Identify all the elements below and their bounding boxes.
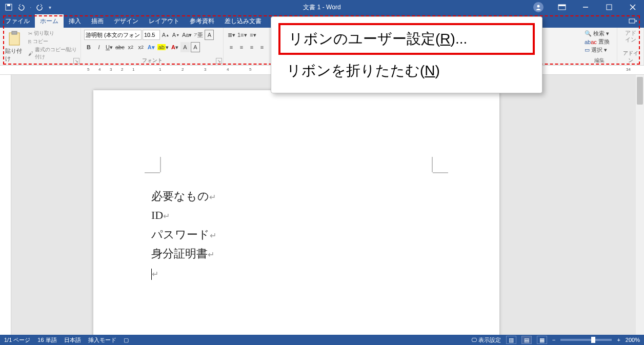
redo-icon[interactable]: [36, 4, 44, 11]
highlight-button[interactable]: ab▾: [157, 42, 169, 52]
shrink-font-button[interactable]: A▼: [171, 30, 180, 40]
superscript-button[interactable]: x2: [136, 42, 146, 52]
status-language[interactable]: 日本語: [64, 336, 81, 344]
tab-layout[interactable]: レイアウト: [144, 14, 185, 28]
select-button[interactable]: ▭選択▾: [585, 46, 607, 54]
qat-sep: ·: [30, 4, 31, 11]
save-icon[interactable]: [5, 4, 12, 11]
align-right-button[interactable]: ≡: [247, 42, 256, 52]
enclose-char-button[interactable]: A: [205, 30, 214, 40]
find-icon: 🔍: [585, 30, 592, 37]
find-button[interactable]: 🔍検索▾: [585, 30, 609, 37]
zoom-in-button[interactable]: +: [617, 337, 620, 343]
replace-icon: abac: [585, 39, 597, 45]
view-read-icon[interactable]: ▥: [506, 336, 516, 344]
status-insert-mode[interactable]: 挿入モード: [88, 336, 116, 344]
format-painter-button[interactable]: 🖌書式のコピー/貼り付け: [28, 46, 77, 60]
underline-button[interactable]: U▾: [105, 42, 114, 52]
group-editing-label: 編集: [585, 56, 614, 64]
font-color-button[interactable]: A▾: [170, 42, 179, 52]
font-launcher-icon[interactable]: ↘: [216, 58, 222, 64]
group-editing: 🔍検索▾ abac置換 ▭選択▾ 編集: [581, 28, 617, 65]
bullets-button[interactable]: ≣▾: [227, 30, 236, 40]
undo-icon[interactable]: [17, 4, 25, 11]
char-border-button[interactable]: A: [191, 42, 200, 52]
group-clipboard: 貼り付け ✂切り取り ⎘コピー 🖌書式のコピー/貼り付け クリップボード ↘: [0, 28, 81, 65]
svg-rect-9: [629, 19, 635, 23]
phonetic-guide-button[interactable]: ア亜: [193, 30, 204, 40]
close-button[interactable]: [621, 0, 644, 14]
tab-home[interactable]: ホーム: [35, 14, 64, 28]
view-web-icon[interactable]: ▦: [537, 336, 547, 344]
text-line: 必要なもの: [151, 190, 209, 202]
svg-rect-10: [9, 33, 19, 45]
margin-mark-icon: [160, 157, 161, 172]
group-paragraph: ≣▾ 1≡▾ ≡▾ ≡ ≡ ≡ ≡: [224, 28, 270, 65]
maximize-button[interactable]: [598, 0, 620, 14]
ruler-vertical[interactable]: [0, 75, 11, 335]
align-left-button[interactable]: ≡: [227, 42, 236, 52]
multilevel-button[interactable]: ≡▾: [249, 30, 258, 40]
status-wordcount[interactable]: 16 単語: [37, 336, 56, 344]
italic-button[interactable]: I: [94, 42, 104, 52]
status-bar: 1/1 ページ 16 単語 日本語 挿入モード ▢ 🖵 表示設定 ▥ ▤ ▦ −…: [0, 335, 644, 345]
tab-design[interactable]: デザイン: [109, 14, 144, 28]
menu-collapse-ribbon[interactable]: リボンを折りたたむ(N): [271, 55, 542, 87]
ribbon-context-menu: リボンのユーザー設定(R)... リボンを折りたたむ(N): [271, 16, 542, 93]
margin-mark-icon: [432, 157, 433, 172]
qat-customize-icon[interactable]: ▾: [49, 5, 51, 10]
paste-button[interactable]: 貼り付け: [3, 30, 26, 64]
svg-point-2: [537, 5, 540, 8]
tab-mailings[interactable]: 差し込み文書: [219, 14, 267, 28]
margin-mark-icon: [145, 172, 160, 173]
copy-button[interactable]: ⎘コピー: [28, 38, 77, 45]
scissors-icon: ✂: [28, 31, 32, 36]
zoom-slider[interactable]: [560, 339, 612, 341]
tab-references[interactable]: 参考資料: [185, 14, 219, 28]
copy-icon: ⎘: [28, 39, 31, 45]
window-controls: [527, 0, 644, 14]
text-effects-button[interactable]: A▾: [147, 42, 156, 52]
display-settings-button[interactable]: 🖵 表示設定: [471, 336, 501, 344]
tab-insert[interactable]: 挿入: [64, 14, 86, 28]
align-center-button[interactable]: ≡: [237, 42, 246, 52]
margin-mark-icon: [433, 172, 448, 173]
view-print-icon[interactable]: ▤: [521, 336, 532, 344]
clipboard-icon: [8, 31, 21, 46]
replace-button[interactable]: abac置換: [585, 38, 610, 46]
menu-customize-ribbon[interactable]: リボンのユーザー設定(R)...: [278, 23, 535, 55]
grow-font-button[interactable]: A▲: [161, 30, 170, 40]
change-case-button[interactable]: Aa▾: [182, 30, 192, 40]
minimize-button[interactable]: [574, 0, 597, 14]
group-font: A▲ A▼ Aa▾ ア亜 A B I U▾ abc x2 x2 A▾ ab▾ A…: [81, 28, 224, 65]
svg-rect-11: [12, 31, 17, 34]
text-line: ID: [151, 209, 163, 221]
document-text[interactable]: 必要なもの↵ ID↵ パスワード↵ 身分証明書↵ ↵: [151, 187, 216, 282]
tab-draw[interactable]: 描画: [86, 14, 109, 28]
font-name-select[interactable]: [84, 30, 142, 40]
subscript-button[interactable]: x2: [126, 42, 135, 52]
zoom-out-button[interactable]: −: [552, 337, 555, 343]
cut-button[interactable]: ✂切り取り: [28, 30, 77, 37]
scrollbar-vertical[interactable]: [636, 75, 644, 335]
account-avatar[interactable]: [527, 0, 550, 14]
numbering-button[interactable]: 1≡▾: [237, 30, 248, 40]
paragraph-mark-icon: ↵: [210, 231, 216, 240]
brush-icon: 🖌: [28, 51, 33, 56]
page[interactable]: 必要なもの↵ ID↵ パスワード↵ 身分証明書↵ ↵: [93, 90, 499, 335]
share-icon[interactable]: [621, 14, 644, 28]
font-size-select[interactable]: [143, 30, 160, 40]
char-shading-button[interactable]: A: [180, 42, 190, 52]
zoom-level[interactable]: 200%: [626, 337, 640, 343]
clipboard-launcher-icon[interactable]: ↘: [73, 58, 79, 64]
status-page[interactable]: 1/1 ページ: [4, 336, 30, 344]
tab-file[interactable]: ファイル: [0, 14, 35, 28]
justify-button[interactable]: ≡: [257, 42, 267, 52]
bold-button[interactable]: B: [84, 42, 93, 52]
scrollbar-thumb[interactable]: [637, 77, 643, 105]
ribbon-display-icon[interactable]: [551, 0, 573, 14]
zoom-slider-knob[interactable]: [591, 337, 595, 343]
strikethrough-button[interactable]: abc: [115, 42, 125, 52]
addin-button[interactable]: アド イン: [625, 30, 636, 43]
macro-record-icon[interactable]: ▢: [124, 337, 129, 343]
